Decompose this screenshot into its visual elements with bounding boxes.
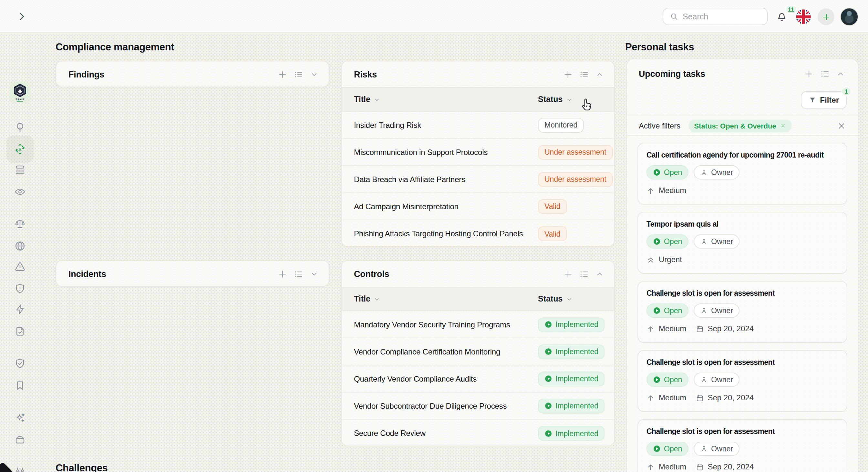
task-owner-badge[interactable]: Owner	[693, 442, 740, 456]
person-icon	[700, 168, 708, 176]
table-row[interactable]: Phishing Attacks Targeting Hosting Contr…	[342, 220, 614, 247]
tasks-chevron-up-icon[interactable]	[836, 70, 845, 78]
task-card[interactable]: Call certification agendy for upcoming 2…	[638, 143, 847, 205]
task-card[interactable]: Tempor ipsam quis al Open Owner Urgent	[638, 212, 847, 274]
priority-label: Medium	[659, 462, 686, 471]
user-avatar[interactable]	[840, 8, 858, 26]
person-icon	[700, 238, 708, 245]
sidebar-item-alert-triangle-icon[interactable]	[14, 261, 26, 273]
risks-column-title[interactable]: Title	[354, 95, 381, 104]
sidebar-item-globe-icon[interactable]	[14, 240, 26, 252]
sidebar-expand-icon[interactable]	[16, 11, 27, 22]
play-circle-icon	[545, 402, 552, 410]
play-circle-icon	[545, 375, 552, 383]
risks-add-icon[interactable]	[563, 69, 573, 79]
sidebar-item-archive-icon[interactable]	[14, 434, 26, 445]
task-owner-badge[interactable]: Owner	[693, 234, 740, 249]
control-title: Secure Code Review	[354, 429, 426, 438]
task-owner-badge[interactable]: Owner	[693, 304, 740, 318]
incidents-list-icon[interactable]	[294, 269, 304, 279]
task-title: Call certification agendy for upcoming 2…	[647, 151, 838, 159]
tasks-add-icon[interactable]	[804, 69, 814, 79]
task-status-badge: Open	[647, 165, 688, 180]
table-row[interactable]: Miscommunication in Support Protocols Un…	[342, 139, 614, 166]
status-badge: Under assessment	[538, 145, 613, 159]
filter-chip[interactable]: Status: Open & Overdue	[688, 119, 792, 132]
calendar-icon	[695, 394, 704, 402]
task-card[interactable]: Challenge slot is open for assessment Op…	[638, 350, 847, 412]
table-row[interactable]: Secure Code Review Implemented	[342, 420, 614, 446]
uk-flag-icon	[796, 9, 811, 25]
sidebar-item-sparkles-icon[interactable]	[14, 412, 26, 423]
controls-panel-title: Controls	[354, 269, 389, 279]
table-row[interactable]: Mandatory Vendor Security Training Progr…	[342, 311, 614, 338]
findings-panel: Findings	[56, 61, 330, 87]
table-row[interactable]: Vendor Subcontractor Due Diligence Proce…	[342, 392, 614, 420]
controls-chevron-up-icon[interactable]	[595, 270, 604, 278]
task-card[interactable]: Challenge slot is open for assessment Op…	[638, 281, 847, 343]
active-filters-bar: Active filters Status: Open & Overdue	[627, 116, 858, 135]
sort-chevron-icon	[566, 96, 573, 103]
filter-button[interactable]: Filter 1	[801, 91, 847, 109]
incidents-chevron-down-icon[interactable]	[310, 270, 318, 278]
incidents-add-icon[interactable]	[278, 269, 287, 279]
task-owner-badge[interactable]: Owner	[693, 373, 740, 387]
risks-panel: Risks Title Status Insider Trading Risk …	[341, 61, 615, 247]
sidebar-item-scales-icon[interactable]	[14, 218, 26, 230]
priority-icon	[647, 394, 655, 402]
risks-chevron-up-icon[interactable]	[595, 70, 604, 78]
sidebar-item-shield-alert-icon[interactable]	[14, 283, 26, 294]
sidebar-item-lightbulb-icon[interactable]	[14, 121, 26, 133]
play-circle-icon	[653, 238, 661, 245]
risk-title: Ad Campaign Misinterpretation	[354, 202, 459, 211]
status-badge: Implemented	[538, 399, 605, 413]
controls-column-status[interactable]: Status	[538, 294, 573, 304]
table-row[interactable]: Insider Trading Risk Monitored	[342, 112, 614, 139]
sidebar-item-logo[interactable]: S.A.A.S.	[9, 81, 31, 103]
filter-count-badge: 1	[841, 87, 851, 96]
search-input[interactable]: Search	[662, 8, 768, 25]
sidebar-item-shield-check-icon[interactable]	[14, 358, 26, 369]
tasks-list-icon[interactable]	[820, 69, 830, 79]
findings-chevron-down-icon[interactable]	[310, 70, 318, 79]
control-title: Mandatory Vendor Security Training Progr…	[354, 320, 510, 329]
bell-icon[interactable]	[776, 10, 788, 23]
table-row[interactable]: Ad Campaign Misinterpretation Valid	[342, 193, 614, 220]
play-circle-icon	[653, 376, 661, 383]
sidebar-item-rows-list-icon[interactable]	[14, 164, 26, 176]
status-badge: Monitored	[538, 118, 584, 132]
add-button[interactable]	[817, 8, 834, 25]
controls-column-title[interactable]: Title	[354, 294, 381, 304]
clear-filters-icon[interactable]	[837, 121, 846, 130]
controls-add-icon[interactable]	[563, 269, 573, 279]
sidebar-item-file-check-icon[interactable]	[14, 325, 26, 337]
priority-label: Medium	[659, 324, 686, 333]
person-icon	[700, 376, 708, 383]
status-badge: Implemented	[538, 371, 605, 386]
filter-chip-label: Status: Open & Overdue	[694, 122, 776, 129]
controls-list-icon[interactable]	[579, 269, 589, 279]
table-row[interactable]: Vendor Compliance Certification Monitori…	[342, 338, 614, 366]
findings-list-icon[interactable]	[294, 70, 304, 80]
sidebar-item-zap-icon[interactable]	[14, 304, 26, 315]
sidebar-item-compliance-cycle-icon[interactable]	[14, 143, 26, 155]
risks-column-status[interactable]: Status	[538, 95, 573, 104]
calendar-icon	[695, 324, 704, 333]
incidents-panel: Incidents	[56, 260, 330, 287]
risks-list-icon[interactable]	[579, 69, 589, 79]
table-row[interactable]: Quarterly Vendor Compliance Audits Imple…	[342, 366, 614, 392]
priority-icon	[647, 255, 655, 264]
priority-icon	[647, 463, 655, 471]
task-card[interactable]: Challenge slot is open for assessment Op…	[638, 419, 847, 472]
findings-panel-title: Findings	[68, 70, 104, 80]
findings-add-icon[interactable]	[278, 70, 287, 80]
sidebar-item-bookmark-icon[interactable]	[14, 380, 26, 391]
chip-remove-icon[interactable]	[780, 123, 786, 128]
task-owner-badge[interactable]: Owner	[693, 165, 740, 180]
table-row[interactable]: Data Breach via Affiliate Partners Under…	[342, 166, 614, 193]
sidebar-item-sliders-icon[interactable]	[14, 466, 26, 472]
due-date: Sep 20, 2024	[695, 462, 754, 471]
priority-icon	[647, 324, 655, 333]
language-flag-button[interactable]	[796, 9, 811, 25]
sidebar-item-eye-icon[interactable]	[14, 186, 26, 197]
